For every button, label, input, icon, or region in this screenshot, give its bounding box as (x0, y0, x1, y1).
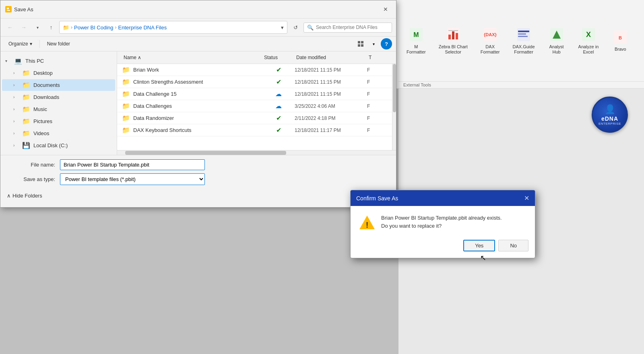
confirm-buttons: Yes No (351, 237, 535, 258)
column-header-type[interactable]: T (367, 54, 391, 61)
synced-icon-5: ✔ (276, 114, 281, 122)
help-button[interactable]: ? (381, 38, 392, 49)
edna-sub-text: ENTERPRISE (599, 122, 621, 126)
filename-input[interactable] (60, 159, 205, 170)
recent-locations-button[interactable]: ▾ (32, 22, 43, 33)
breadcrumb-dropdown[interactable]: ▾ (281, 25, 284, 31)
breadcrumb-folder-icon: 📁 (63, 25, 69, 31)
sidebar-item-this-pc[interactable]: ▾ 💻 This PC (2, 55, 115, 67)
column-header-status[interactable]: Status (262, 54, 295, 61)
organize-button[interactable]: Organize ▾ (4, 39, 36, 48)
file-date-1: 12/18/2021 11:15 PM (295, 67, 367, 73)
desktop-arrow[interactable]: › (13, 71, 19, 75)
table-row[interactable]: 📁 Data Challenge 15 ☁ 12/18/2021 11:15 P… (117, 88, 396, 100)
confirm-close-button[interactable]: ✕ (524, 194, 529, 202)
sidebar-item-local-disk[interactable]: › 💾 Local Disk (C:) (2, 140, 115, 151)
search-input[interactable] (316, 25, 388, 30)
confirm-message-line2: Do you want to replace it? (381, 222, 502, 230)
sidebar-item-downloads[interactable]: › 📁 Downloads (2, 91, 115, 103)
breadcrumb-sep2: › (115, 25, 117, 30)
dax-formatter-label: DAXFormatter (481, 44, 500, 55)
file-type-3: F (367, 91, 391, 97)
sidebar-item-videos[interactable]: › 📁 Videos (2, 128, 115, 139)
ribbon-tool-analyze-excel[interactable]: X Analyze inExcel (575, 25, 602, 56)
zebra-bi-label: Zebra BI ChartSelector (439, 44, 468, 55)
search-icon: 🔍 (307, 25, 314, 31)
file-list-header: Name ∧ Status Date modified T (117, 51, 396, 64)
dialog-title-text: Save As (14, 6, 33, 12)
file-status-5: ✔ (262, 114, 295, 122)
ribbon-tool-dax-guide[interactable]: DAX.GuideFormatter (510, 25, 538, 56)
file-type-5: F (367, 115, 391, 121)
ribbon-tool-bravo[interactable]: B Bravo (608, 27, 632, 54)
file-list: 📁 Brian Work ✔ 12/18/2021 11:15 PM F 📁 C… (117, 64, 396, 150)
view-dropdown-button[interactable]: ▾ (368, 38, 379, 49)
edna-text: eDNA (601, 115, 618, 122)
ribbon-tool-zebra-bi[interactable]: Zebra BI ChartSelector (436, 25, 471, 56)
table-row[interactable]: 📁 Data Challenges ☁ 3/25/2022 4:06 AM F (117, 100, 396, 112)
column-header-date[interactable]: Date modified (295, 54, 367, 61)
column-header-name[interactable]: Name ∧ (122, 54, 262, 61)
ribbon-area: M MFormatter Zebra BI ChartSelector (398, 0, 644, 88)
table-row[interactable]: 📁 Clinton Strengths Assessment ✔ 12/18/2… (117, 76, 396, 88)
col-status-label: Status (264, 55, 278, 60)
savetype-select[interactable]: Power BI template files (*.pbit) (60, 173, 205, 185)
file-name-brian-work: 📁 Brian Work (122, 66, 262, 74)
folder-icon-1: 📁 (122, 66, 130, 74)
ribbon-tool-analyst-hub[interactable]: AnalystHub (545, 25, 569, 56)
dialog-titlebar: Save As ✕ (0, 0, 396, 19)
videos-arrow[interactable]: › (13, 131, 19, 136)
forward-button[interactable]: → (18, 22, 29, 33)
hide-folders-button[interactable]: ∧ Hide Folders (7, 193, 42, 199)
file-name-data-randomizer: 📁 Data Randomizer (122, 114, 262, 122)
breadcrumb-power-bi[interactable]: Power BI Coding (74, 25, 114, 31)
file-name-clinton: 📁 Clinton Strengths Assessment (122, 78, 262, 86)
vertical-scrollbar-thumb[interactable] (393, 64, 396, 112)
table-row[interactable]: 📁 Data Randomizer ✔ 2/11/2022 4:18 PM F (117, 112, 396, 124)
folder-icon-4: 📁 (122, 102, 130, 110)
save-as-icon (5, 6, 12, 12)
confirm-yes-button[interactable]: Yes (463, 240, 495, 251)
pictures-arrow[interactable]: › (13, 119, 19, 123)
vertical-scrollbar-track[interactable] (392, 64, 396, 150)
horizontal-scrollbar-thumb[interactable] (125, 151, 286, 155)
confirm-message-line1: Brian Power BI Startup Template.pbit alr… (381, 214, 502, 222)
back-button[interactable]: ← (4, 22, 16, 33)
local-disk-arrow[interactable]: › (13, 143, 19, 148)
svg-rect-20 (7, 10, 10, 11)
sidebar-item-music[interactable]: › 📁 Music (2, 103, 115, 115)
documents-icon: 📁 (22, 81, 30, 89)
file-status-3: ☁ (262, 90, 295, 98)
sidebar-item-documents[interactable]: › 📁 Documents (2, 79, 115, 91)
view-options-button[interactable] (355, 38, 366, 49)
table-row[interactable]: 📁 DAX Keyboard Shortcuts ✔ 12/18/2021 11… (117, 124, 396, 136)
music-arrow[interactable]: › (13, 107, 19, 111)
breadcrumb-bar: 📁 › Power BI Coding › Enterprise DNA Fil… (59, 21, 287, 34)
this-pc-label: This PC (25, 58, 44, 64)
documents-arrow[interactable]: › (13, 83, 19, 87)
up-button[interactable]: ↑ (45, 22, 57, 33)
bravo-label: Bravo (615, 47, 626, 52)
confirm-no-button[interactable]: No (498, 240, 528, 251)
refresh-button[interactable]: ↺ (290, 22, 301, 33)
new-folder-button[interactable]: New folder (43, 39, 74, 48)
dax-guide-icon (516, 27, 532, 43)
warning-icon: ! (359, 214, 375, 230)
svg-text:X: X (586, 31, 591, 39)
table-row[interactable]: 📁 Brian Work ✔ 12/18/2021 11:15 PM F (117, 64, 396, 76)
file-date-5: 2/11/2022 4:18 PM (295, 115, 367, 121)
ribbon-tool-m-formatter[interactable]: M MFormatter (403, 25, 429, 56)
music-label: Music (33, 106, 47, 112)
sidebar-item-desktop[interactable]: › 📁 Desktop (2, 67, 115, 79)
breadcrumb-sep1: › (71, 25, 72, 30)
svg-text:B: B (619, 35, 622, 40)
sidebar-item-pictures[interactable]: › 📁 Pictures (2, 115, 115, 127)
close-button[interactable]: ✕ (380, 4, 391, 15)
breadcrumb-current[interactable]: Enterprise DNA Files (118, 25, 167, 31)
cloud-icon-3: ☁ (275, 90, 282, 98)
ribbon-tool-dax-formatter[interactable]: {DAX} DAXFormatter (477, 25, 503, 56)
downloads-arrow[interactable]: › (13, 95, 19, 99)
this-pc-arrow[interactable]: ▾ (5, 59, 11, 63)
horizontal-scrollbar[interactable] (117, 150, 396, 155)
filename-label: File name: (7, 162, 55, 168)
